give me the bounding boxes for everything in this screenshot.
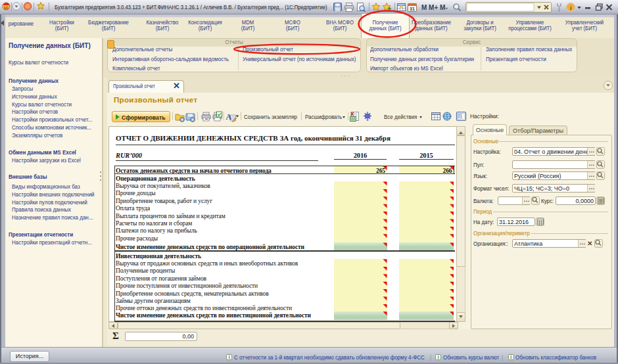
svg-text:1С: 1С <box>4 6 9 10</box>
svg-text:31: 31 <box>410 7 415 11</box>
svg-text:A: A <box>226 112 232 122</box>
svg-text:M M+ M-: M M+ M- <box>421 4 448 11</box>
